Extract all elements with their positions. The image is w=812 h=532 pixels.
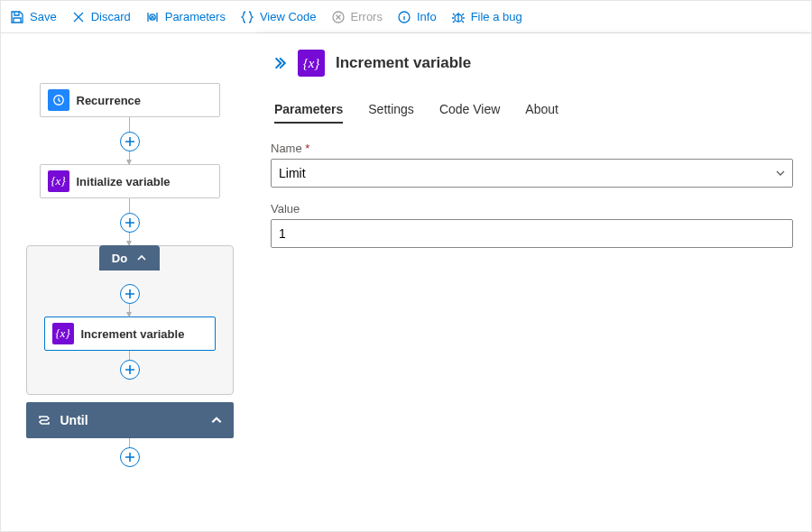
tab-settings[interactable]: Settings bbox=[368, 102, 414, 124]
field-name: Name * Limit bbox=[271, 142, 793, 188]
variable-icon: {x} bbox=[52, 323, 74, 344]
viewcode-button[interactable]: View Code bbox=[240, 10, 317, 24]
svg-point-0 bbox=[150, 14, 155, 19]
panel-tabs: Parameters Settings Code View About bbox=[274, 102, 793, 124]
info-button[interactable]: Info bbox=[397, 10, 437, 24]
until-bar[interactable]: Until bbox=[26, 402, 234, 438]
card-increment-variable[interactable]: {x} Increment variable bbox=[44, 316, 216, 351]
panel-title: Increment variable bbox=[336, 54, 471, 72]
properties-panel: {x} Increment variable Parameters Settin… bbox=[258, 33, 811, 531]
toolbar: Save Discard Parameters View Code Errors… bbox=[1, 1, 811, 33]
connector-line bbox=[129, 438, 130, 447]
connector-arrow bbox=[129, 151, 130, 164]
viewcode-label: View Code bbox=[260, 10, 317, 23]
card-initialize-label: Initialize variable bbox=[77, 175, 171, 188]
field-value: Value bbox=[271, 202, 793, 248]
collapse-panel-button[interactable] bbox=[271, 55, 287, 71]
bug-icon bbox=[451, 10, 466, 24]
card-recurrence[interactable]: Recurrence bbox=[40, 83, 220, 117]
main-split: Recurrence {x} Initialize variable Do bbox=[1, 33, 811, 531]
do-container: Do {x} Increment variable bbox=[26, 245, 234, 395]
tab-about[interactable]: About bbox=[525, 102, 558, 124]
errors-label: Errors bbox=[351, 10, 383, 23]
name-label: Name * bbox=[271, 142, 793, 155]
discard-button[interactable]: Discard bbox=[71, 10, 131, 24]
add-action-button[interactable] bbox=[120, 284, 140, 304]
value-label: Value bbox=[271, 202, 793, 216]
info-label: Info bbox=[417, 10, 437, 23]
add-action-button[interactable] bbox=[120, 360, 140, 380]
tab-codeview[interactable]: Code View bbox=[439, 102, 500, 124]
discard-label: Discard bbox=[91, 10, 131, 23]
designer-canvas: Recurrence {x} Initialize variable Do bbox=[1, 33, 258, 531]
add-action-button[interactable] bbox=[120, 213, 140, 233]
until-label: Until bbox=[60, 413, 88, 427]
variable-icon: {x} bbox=[48, 170, 69, 192]
tab-parameters[interactable]: Parameters bbox=[274, 102, 343, 124]
add-action-button[interactable] bbox=[120, 132, 140, 151]
parameters-icon bbox=[145, 10, 160, 24]
chevron-up-icon bbox=[136, 252, 147, 263]
close-icon bbox=[71, 10, 86, 24]
card-increment-label: Increment variable bbox=[81, 327, 185, 341]
variable-icon: {x} bbox=[298, 50, 325, 77]
loop-icon bbox=[37, 413, 51, 427]
connector-line bbox=[129, 351, 130, 360]
connector-arrow bbox=[129, 233, 130, 245]
name-select[interactable]: Limit bbox=[271, 159, 793, 188]
do-label: Do bbox=[112, 252, 127, 265]
save-button[interactable]: Save bbox=[10, 10, 57, 24]
value-input[interactable] bbox=[271, 219, 793, 248]
fileabug-button[interactable]: File a bug bbox=[451, 10, 522, 24]
fileabug-label: File a bug bbox=[471, 10, 522, 23]
connector-arrow bbox=[129, 304, 130, 316]
recurrence-icon bbox=[48, 89, 69, 111]
parameters-label: Parameters bbox=[165, 10, 226, 23]
error-icon bbox=[331, 10, 346, 24]
connector-line bbox=[129, 198, 130, 213]
save-label: Save bbox=[30, 10, 57, 23]
braces-icon bbox=[240, 10, 254, 24]
card-recurrence-label: Recurrence bbox=[77, 94, 142, 107]
info-icon bbox=[397, 10, 411, 24]
parameters-button[interactable]: Parameters bbox=[145, 10, 226, 24]
add-action-button[interactable] bbox=[120, 447, 140, 467]
errors-button: Errors bbox=[331, 10, 383, 24]
connector-line bbox=[129, 117, 130, 132]
save-icon bbox=[10, 10, 24, 24]
do-header[interactable]: Do bbox=[99, 245, 160, 271]
card-initialize-variable[interactable]: {x} Initialize variable bbox=[40, 164, 220, 198]
chevron-up-icon bbox=[210, 414, 223, 427]
